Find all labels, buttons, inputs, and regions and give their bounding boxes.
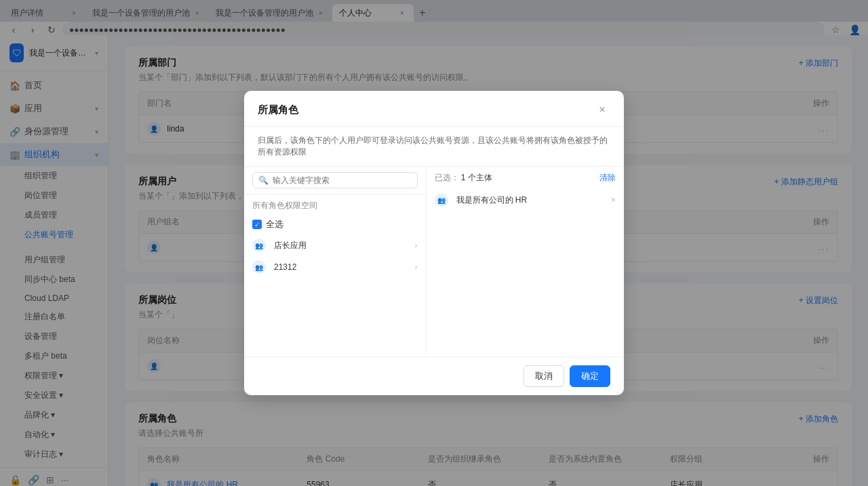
modal-footer: 取消 确定: [244, 357, 624, 395]
modal-overlay[interactable]: 所属角色 × 归属后，该角色下的个人用户即可登录访问该公共账号资源，且该公共账号…: [0, 0, 868, 486]
selected-count: 1 个主体: [461, 173, 492, 182]
search-icon: 🔍: [258, 176, 269, 185]
selected-item-hr: 👥 我是所有公司的 HR ×: [435, 189, 616, 211]
selected-item-hr-remove[interactable]: ×: [611, 195, 616, 205]
selected-item-hr-icon: 👥: [435, 193, 448, 207]
modal-left-panel: 🔍 所有角色权限空间 ✓ 全选 👥 店长应用 ›: [244, 167, 427, 357]
role-item-21312[interactable]: 👥 21312 ›: [244, 256, 426, 278]
select-all-label: 全选: [266, 218, 283, 230]
selected-label: 已选： 1 个主体: [435, 172, 492, 184]
modal-title: 所属角色: [258, 104, 298, 117]
role-item-shop-arrow: ›: [415, 241, 418, 250]
modal-right-panel: 已选： 1 个主体 清除 👥 我是所有公司的 HR ×: [427, 167, 625, 357]
select-all-checkbox[interactable]: ✓: [252, 220, 262, 229]
search-input-wrap: 🔍: [252, 172, 418, 188]
selected-header: 已选： 1 个主体 清除: [435, 172, 616, 184]
search-input[interactable]: [273, 176, 412, 185]
confirm-button[interactable]: 确定: [570, 365, 610, 387]
role-item-shop-label: 店长应用: [274, 240, 411, 251]
modal-description: 归属后，该角色下的个人用户即可登录访问该公共账号资源，且该公共账号将拥有该角色被…: [244, 127, 624, 167]
role-item-21312-label: 21312: [274, 262, 411, 272]
role-item-shop-icon: 👥: [252, 239, 266, 252]
modal-search-area: 🔍: [244, 167, 426, 195]
role-item-21312-arrow: ›: [415, 262, 418, 272]
modal: 所属角色 × 归属后，该角色下的个人用户即可登录访问该公共账号资源，且该公共账号…: [244, 91, 624, 395]
modal-header: 所属角色 ×: [244, 91, 624, 127]
permission-space-label: 所有角色权限空间: [244, 195, 426, 214]
modal-close-button[interactable]: ×: [594, 102, 610, 118]
role-item-21312-icon: 👥: [252, 260, 266, 274]
modal-body: 🔍 所有角色权限空间 ✓ 全选 👥 店长应用 ›: [244, 167, 624, 357]
cancel-button[interactable]: 取消: [524, 365, 564, 387]
select-all-row[interactable]: ✓ 全选: [244, 214, 426, 235]
clear-button[interactable]: 清除: [599, 172, 616, 184]
role-item-shop[interactable]: 👥 店长应用 ›: [244, 235, 426, 256]
selected-item-hr-label: 👥 我是所有公司的 HR: [435, 193, 528, 207]
